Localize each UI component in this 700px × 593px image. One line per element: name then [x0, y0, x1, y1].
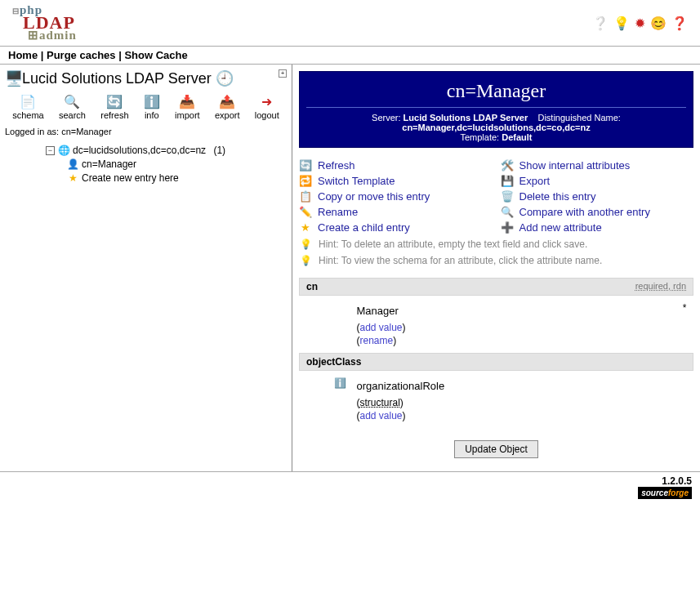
cn-rename[interactable]: rename [360, 335, 394, 346]
star-icon: ★ [66, 172, 79, 184]
attr-objectclass-value[interactable] [357, 377, 643, 395]
attr-cn-value[interactable] [357, 302, 643, 320]
action-refresh[interactable]: Refresh [318, 159, 355, 172]
toolbar-refresh[interactable]: 🔄refresh [100, 94, 128, 120]
objectclass-add-value[interactable]: add value [360, 410, 403, 421]
lightbulb-off-icon: 💡 [299, 255, 312, 266]
menu-purge[interactable]: Purge caches [47, 49, 116, 61]
toolbar-logout[interactable]: ➜logout [255, 94, 279, 120]
tree-create-entry[interactable]: ★ Create new entry here [5, 172, 287, 184]
action-rename[interactable]: Rename [318, 206, 358, 218]
trash-icon: 🗑️ [501, 190, 514, 203]
menu-show-cache[interactable]: Show Cache [124, 49, 187, 61]
hint-schema: 💡 Hint: To view the schema for an attrib… [299, 255, 693, 266]
version-label: 1.2.0.5 [8, 475, 692, 487]
menu-home[interactable]: Home [8, 49, 38, 61]
action-copy-move[interactable]: Copy or move this entry [318, 190, 430, 203]
tree-item-manager[interactable]: 👤 cn=Manager [5, 158, 287, 170]
lightbulb-off-icon: 💡 [299, 239, 312, 250]
bug-icon[interactable]: ✹ [635, 16, 645, 31]
structural-label: structural [360, 397, 400, 408]
action-add-attr[interactable]: Add new attribute [519, 221, 602, 234]
hint-delete: 💡 Hint: To delete an attribute, empty th… [299, 239, 693, 250]
export-icon: 💾 [501, 175, 514, 187]
app-logo: ⊟php LDAP ⊞admin [12, 4, 77, 42]
entry-title: cn=Manager [300, 80, 693, 102]
expand-sidebar-icon[interactable]: + [279, 69, 287, 78]
globe-icon: 🌐 [57, 145, 70, 156]
collapse-icon[interactable]: − [46, 146, 55, 155]
server-title: Lucid Solutions LDAP Server [22, 70, 212, 87]
question-icon[interactable]: ❓ [671, 16, 688, 31]
lightbulb-icon[interactable]: 💡 [613, 16, 630, 31]
toolbar-info[interactable]: ℹ️info [144, 94, 160, 120]
info-icon[interactable]: ℹ️ [334, 377, 347, 389]
smiley-icon[interactable]: 😊 [650, 16, 667, 31]
copy-icon: 📋 [299, 190, 312, 203]
tree-root[interactable]: − 🌐 dc=lucidsolutions,dc=co,dc=nz (1) [5, 145, 287, 156]
rename-icon: ✏️ [299, 206, 312, 218]
menu-bar: Home | Purge caches | Show Cache [0, 46, 700, 65]
attr-objectclass-header[interactable]: objectClass [300, 354, 693, 371]
refresh-icon: 🔄 [299, 159, 312, 172]
template-icon: 🔁 [299, 175, 312, 187]
toolbar-import[interactable]: 📥import [175, 94, 200, 120]
action-create-child[interactable]: Create a child entry [318, 221, 410, 234]
action-show-internal[interactable]: Show internal attributes [519, 159, 631, 172]
action-export[interactable]: Export [519, 175, 551, 187]
attr-cn-header[interactable]: cn required, rdn [300, 279, 693, 296]
add-icon: ➕ [501, 221, 514, 234]
action-delete[interactable]: Delete this entry [519, 190, 596, 203]
compare-icon: 🔍 [501, 206, 514, 218]
cn-add-value[interactable]: add value [360, 322, 403, 333]
update-object-button[interactable]: Update Object [454, 440, 538, 458]
star-icon: ★ [299, 221, 312, 234]
clock-icon[interactable]: 🕘 [216, 69, 229, 87]
toolbar-search[interactable]: 🔍search [59, 94, 86, 120]
logged-in-as: Logged in as: cn=Manager [5, 127, 287, 136]
server-icon: 🖥️ [5, 69, 18, 87]
required-star: * [678, 302, 687, 346]
help-icon[interactable]: ❔ [592, 16, 609, 31]
action-switch-template[interactable]: Switch Template [318, 175, 395, 187]
tools-icon: 🛠️ [501, 159, 514, 172]
entry-header: cn=Manager Server: Lucid Solutions LDAP … [299, 71, 693, 148]
toolbar-export[interactable]: 📤export [215, 94, 240, 120]
sourceforge-badge[interactable]: sourceforge [638, 487, 692, 499]
user-icon: 👤 [66, 158, 79, 170]
action-compare[interactable]: Compare with another entry [519, 206, 650, 218]
toolbar-schema[interactable]: 📄schema [12, 94, 44, 120]
